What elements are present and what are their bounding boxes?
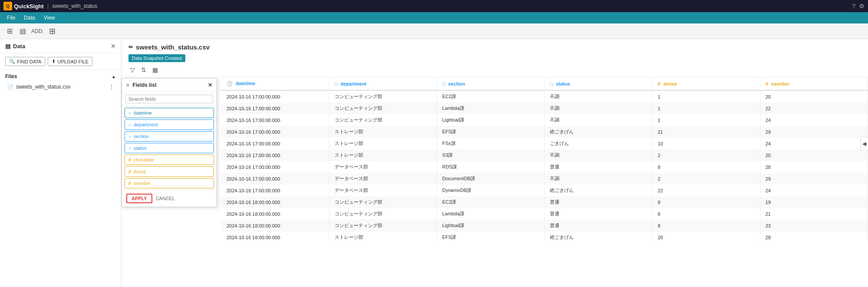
content-area: ✏ sweets_with_status.csv Data Snapshot C… [122, 39, 868, 287]
table-cell: ごきげん [545, 138, 652, 149]
table-body: 2024-10-16 17:00:00.000コンピューティング部EC2課不調1… [221, 90, 868, 243]
table-cell: 2024-10-16 18:00:00.000 [221, 196, 329, 208]
table-cell: EFS課 [437, 126, 545, 138]
title-divider: | [47, 3, 49, 10]
menu-view[interactable]: View [40, 14, 59, 22]
table-cell: 2024-10-16 17:00:00.000 [221, 161, 329, 173]
cancel-button[interactable]: CANCEL [156, 194, 175, 203]
table-cell: FSx課 [437, 138, 545, 149]
file-title: sweets_with_status.csv [136, 43, 210, 51]
field-name-status: status [134, 145, 146, 151]
field-item-donut[interactable]: # donut [125, 166, 214, 177]
settings-icon[interactable]: ⚙ [859, 3, 865, 10]
fields-panel: ≡ Fields list ✕ ○ datetime ○ department [122, 78, 217, 207]
table-row: 2024-10-16 17:00:00.000ストレージ部FSx課ごきげん102… [221, 138, 868, 149]
table-cell: 21 [760, 208, 868, 220]
table-cell: 2024-10-16 17:00:00.000 [221, 138, 329, 149]
table-cell: DynamoDB課 [437, 185, 545, 196]
col-header-donut: # donut [652, 77, 760, 90]
filter-icon[interactable]: ▽ [128, 66, 137, 74]
table-cell: DocumentDB課 [437, 173, 545, 185]
table-cell: 2024-10-16 17:00:00.000 [221, 185, 329, 196]
brand: Q QuickSight [3, 2, 44, 10]
table-row: 2024-10-16 17:00:00.000ストレージ部EFS課絶ごきげん21… [221, 126, 868, 138]
table-cell: 24 [760, 114, 868, 126]
fields-search-input[interactable] [125, 95, 213, 103]
file-icon: 📄 [7, 84, 13, 90]
table-cell: 不調 [545, 173, 652, 185]
table-cell: コンピューティング部 [329, 114, 437, 126]
help-icon[interactable]: ? [852, 3, 855, 10]
table-cell: 8 [652, 196, 760, 208]
data-icon: ▤ [5, 43, 10, 49]
main-layout: ▤ Data ✕ 🔍 FIND DATA ⬆ UPLOAD FILE Files… [0, 39, 868, 287]
number-field-icon-osenbei: # [128, 181, 131, 186]
upload-file-button[interactable]: ⬆ UPLOAD FILE [48, 57, 92, 66]
table-cell: 2 [652, 173, 760, 185]
table-cell: 28 [760, 231, 868, 243]
field-item-department[interactable]: ○ department [125, 119, 214, 130]
field-name-datetime: datetime [134, 110, 152, 115]
file-name[interactable]: sweets_with_status.csv [16, 84, 70, 90]
sort-icon[interactable]: ⇅ [139, 66, 148, 74]
sidebar-files: Files ▲ 📄 sweets_with_status.csv ⋮ [0, 70, 121, 95]
table-cell: 不調 [545, 114, 652, 126]
table-cell: 20 [760, 149, 868, 161]
datetime-field-icon: ○ [128, 111, 131, 115]
number-field-icon-choco: # [128, 158, 131, 162]
fields-panel-close-button[interactable]: ✕ [208, 82, 212, 88]
table-cell: 絶ごきげん [545, 185, 652, 196]
table-cell: コンピューティング部 [329, 102, 437, 114]
table-cell: ストレージ部 [329, 138, 437, 149]
table-cell: 20 [652, 231, 760, 243]
content-header: ✏ sweets_with_status.csv Data Snapshot C… [122, 39, 868, 77]
add-label: ADD: [31, 28, 44, 34]
menu-file[interactable]: File [3, 14, 19, 22]
table-cell: S3課 [437, 149, 545, 161]
table-icon[interactable]: ▤ [18, 25, 28, 37]
table-cell: 普通 [545, 220, 652, 231]
fields-search-area [122, 92, 217, 106]
field-item-chocolate[interactable]: # chocolate [125, 155, 214, 165]
grid-icon[interactable]: ▦ [151, 66, 160, 74]
table-cell: 2024-10-16 18:00:00.000 [221, 220, 329, 231]
dataset-icon[interactable]: ⊞ [5, 25, 14, 37]
table-row: 2024-10-16 18:00:00.000コンピューティング部EC2課普通8… [221, 196, 868, 208]
add-dataset-icon[interactable]: ⊞ [47, 25, 57, 38]
table-cell: 2024-10-16 17:00:00.000 [221, 126, 329, 138]
table-cell: 28 [760, 161, 868, 173]
fields-list-icon: ≡ [126, 82, 129, 88]
fields-panel-header: ≡ Fields list ✕ [122, 79, 217, 92]
field-item-osenbei[interactable]: # osenbei [125, 178, 214, 188]
table-cell: 不調 [545, 102, 652, 114]
number-col-icon-donut: # [658, 81, 661, 86]
table-cell: Lambda課 [437, 208, 545, 220]
find-data-button[interactable]: 🔍 FIND DATA [5, 57, 45, 66]
content-toolbar: ▽ ⇅ ▦ [128, 66, 861, 74]
file-menu-icon[interactable]: ⋮ [109, 84, 114, 90]
field-item-datetime[interactable]: ○ datetime [125, 108, 214, 118]
menu-data[interactable]: Data [20, 14, 38, 22]
apply-button[interactable]: APPLY [126, 194, 152, 203]
field-item-section[interactable]: ○ section [125, 131, 214, 142]
table-cell: 2 [652, 149, 760, 161]
table-cell: コンピューティング部 [329, 90, 437, 102]
menu-bar: File Data View [0, 12, 868, 23]
table-cell: 1 [652, 114, 760, 126]
col-header-status: □ status [545, 77, 652, 90]
edit-icon[interactable]: ✏ [128, 44, 133, 50]
files-chevron-icon[interactable]: ▲ [112, 74, 116, 79]
table-cell: 8 [652, 161, 760, 173]
collapse-panel-button[interactable]: ◀ [860, 137, 868, 151]
table-cell: コンピューティング部 [329, 196, 437, 208]
table-cell: ストレージ部 [329, 231, 437, 243]
number-field-icon-donut: # [128, 169, 131, 174]
table-cell: ストレージ部 [329, 149, 437, 161]
table-row: 2024-10-16 17:00:00.000コンピューティング部Lightsa… [221, 114, 868, 126]
quicksight-logo: Q [3, 2, 12, 10]
sidebar-title: ▤ Data [5, 43, 25, 49]
table-row: 2024-10-16 18:00:00.000コンピューティング部Lambda課… [221, 208, 868, 220]
field-item-status[interactable]: ○ status [125, 143, 214, 153]
sidebar-close-button[interactable]: ✕ [111, 43, 116, 49]
table-cell: コンピューティング部 [329, 220, 437, 231]
